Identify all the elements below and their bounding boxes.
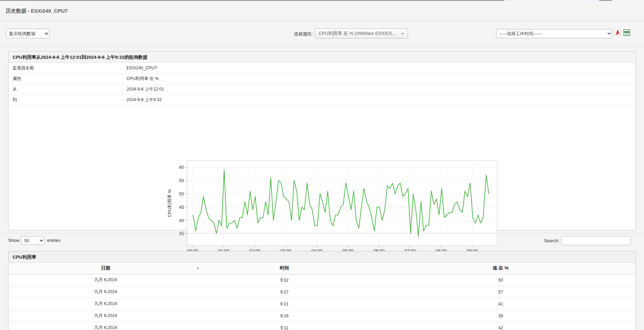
- history-data-page: 历史数据 - ESXi240_CPU7 显示轮询数据 选择属性: CPU利用率 …: [0, 0, 644, 330]
- table-cell: 39: [366, 310, 635, 322]
- table-cell: 九月 6,2024: [9, 298, 203, 310]
- summary-title: CPU利用率从2024-9-6 上午12:01到2024-9-6 上午9:32的…: [9, 52, 635, 63]
- csv-export-button[interactable]: CSV: [623, 29, 630, 37]
- table-row: 九月 6,20249:3250: [9, 274, 635, 286]
- svg-text:45: 45: [179, 205, 184, 210]
- entries-label: entries: [47, 238, 60, 243]
- summary-label: 监视器名称: [9, 63, 122, 73]
- table-cell: 九月 6,2024: [9, 274, 203, 286]
- table-cell: 九月 6,2024: [9, 322, 203, 330]
- cpu-usage-chart: 35404550556000:0001:0002:0003:0004:0005:…: [159, 154, 504, 267]
- search-input[interactable]: [561, 236, 631, 245]
- column-header-value[interactable]: 值 在 %: [366, 263, 635, 274]
- table-section-title: CPU利用率: [9, 251, 635, 263]
- show-label: Show: [8, 238, 19, 243]
- table-cell: 9:32: [203, 274, 366, 286]
- table-cell: 9:16: [203, 310, 366, 322]
- table-row: 九月 6,20249:1639: [9, 310, 635, 322]
- table-row: 九月 6,20249:2141: [9, 298, 635, 310]
- chevron-down-icon: ▼: [401, 32, 404, 36]
- column-header-time[interactable]: 时间: [203, 263, 366, 274]
- summary-value: CPU利用率 在 %: [122, 73, 635, 84]
- table-cell: 9:21: [203, 298, 366, 310]
- svg-text:60: 60: [179, 165, 184, 170]
- svg-text:50: 50: [179, 191, 184, 196]
- pdf-export-icon: [615, 29, 621, 36]
- worktime-select[interactable]: -----选择工作时间------: [496, 29, 612, 38]
- column-header-date[interactable]: 日期 ▼: [9, 263, 203, 274]
- column-header-time-label: 时间: [280, 265, 289, 271]
- page-length-select[interactable]: 50: [21, 236, 44, 245]
- poll-data-select[interactable]: 显示轮询数据: [6, 29, 50, 38]
- table-cell: 50: [366, 274, 635, 286]
- entries-bar: Show 50 entries Search:: [0, 235, 644, 247]
- title-bar: 历史数据 - ESXi240_CPU7: [0, 1, 644, 21]
- svg-text:CPU利用率 %: CPU利用率 %: [167, 189, 172, 217]
- svg-text:40: 40: [179, 218, 184, 223]
- table-cell: 57: [366, 286, 635, 298]
- summary-label: 属性: [9, 73, 122, 84]
- column-header-value-label: 值 在 %: [493, 265, 509, 271]
- table-cell: 九月 6,2024: [9, 310, 203, 322]
- toolbar: 显示轮询数据 选择属性: CPU利用率 在 % (VMWare ESX/ES..…: [0, 21, 644, 46]
- data-table: 日期 ▼ 时间 值 在 % 九月 6,20249:3250九月 6,20249:…: [9, 263, 635, 330]
- data-table-header-row: 日期 ▼ 时间 值 在 %: [9, 263, 635, 274]
- section-divider: [0, 233, 644, 233]
- search-label: Search:: [525, 238, 559, 243]
- attribute-dropdown[interactable]: CPU利用率 在 % (VMWare ESX/ES... ▼: [315, 28, 408, 39]
- summary-value: 2024-9-6 上午12:01: [122, 84, 635, 95]
- summary-value: 2024-9-6 上午9:32: [122, 95, 635, 105]
- table-cell: 九月 6,2024: [9, 286, 203, 298]
- table-row: 九月 6,20249:1142: [9, 322, 635, 330]
- summary-row: 属性CPU利用率 在 %: [9, 73, 635, 84]
- summary-row: 到2024-9-6 上午9:32: [9, 95, 635, 105]
- table-cell: 9:11: [203, 322, 366, 330]
- sort-desc-icon: ▼: [196, 266, 199, 270]
- summary-row: 从2024-9-6 上午12:01: [9, 84, 635, 95]
- svg-text:CSV: CSV: [625, 31, 629, 33]
- attribute-label: 选择属性:: [289, 31, 313, 37]
- summary-value: ESXi240_CPU7: [122, 63, 635, 73]
- page-title: 历史数据 - ESXi240_CPU7: [6, 8, 68, 14]
- column-header-date-label: 日期: [101, 265, 110, 271]
- attribute-dropdown-value: CPU利用率 在 % (VMWare ESX/ES...: [319, 30, 396, 37]
- pdf-export-button[interactable]: [614, 29, 621, 37]
- summary-label: 到: [9, 95, 122, 105]
- table-cell: 9:27: [203, 286, 366, 298]
- summary-row: 监视器名称ESXi240_CPU7: [9, 63, 635, 73]
- table-cell: 41: [366, 298, 635, 310]
- table-cell: 42: [366, 322, 635, 330]
- csv-export-icon: CSV: [624, 29, 630, 36]
- table-row: 九月 6,20249:2757: [9, 286, 635, 298]
- data-table-card: CPU利用率 日期 ▼ 时间 值 在 % 九月 6,20249:3250: [8, 251, 636, 330]
- svg-text:55: 55: [179, 178, 184, 183]
- summary-label: 从: [9, 84, 122, 95]
- summary-and-chart-card: CPU利用率从2024-9-6 上午12:01到2024-9-6 上午9:32的…: [8, 51, 636, 230]
- summary-table: 监视器名称ESXi240_CPU7属性CPU利用率 在 %从2024-9-6 上…: [9, 63, 635, 106]
